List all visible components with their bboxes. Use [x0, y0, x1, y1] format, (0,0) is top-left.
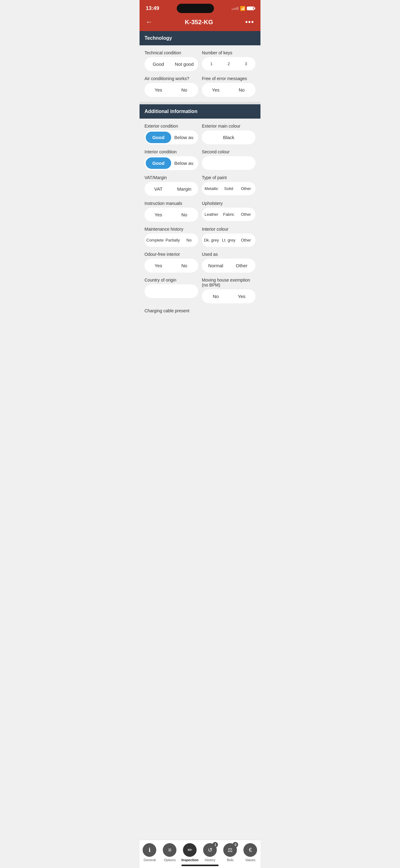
tab-inspection[interactable]: ✏ Inspection: [181, 843, 198, 862]
used-as-label: Used as: [202, 252, 256, 257]
air-conditioning-yes[interactable]: Yes: [146, 84, 171, 96]
interior-condition-group: Interior condition Good Below av.: [144, 149, 198, 170]
technical-condition-good[interactable]: Good: [146, 58, 171, 70]
error-messages-no[interactable]: No: [229, 84, 255, 96]
technical-condition-group: Technical condition Good Not good: [144, 50, 198, 71]
number-of-keys-group: Number of keys 1 2 3: [202, 50, 256, 71]
additional-info-fields-grid: Exterior condition Good Below av. Exteri…: [144, 124, 256, 313]
interior-condition-good[interactable]: Good: [146, 157, 171, 169]
used-as-toggle: Normal Other: [202, 258, 256, 273]
keys-1[interactable]: 1: [203, 58, 220, 69]
signal-icon: [232, 7, 238, 10]
odour-no[interactable]: No: [172, 260, 197, 271]
inspection-icon-wrap: ✏: [183, 843, 197, 857]
charging-cable-group: Charging cable present: [144, 308, 198, 313]
type-of-paint-label: Type of paint: [202, 175, 256, 180]
error-messages-toggle: Yes No: [202, 83, 256, 97]
history-icon-wrap: ↺ 1: [203, 843, 217, 857]
vat-option[interactable]: VAT: [146, 183, 171, 195]
keys-2[interactable]: 2: [221, 58, 237, 69]
exterior-condition-below[interactable]: Below av.: [172, 132, 197, 143]
tab-values[interactable]: € Values: [242, 843, 259, 862]
upholstery-leather[interactable]: Leather: [203, 209, 220, 220]
tab-bids[interactable]: ⚖ 0 Bids: [222, 843, 239, 862]
wifi-icon: 📶: [240, 6, 245, 11]
interior-colour-label: Interior colour: [202, 227, 256, 231]
odour-yes[interactable]: Yes: [146, 260, 171, 271]
history-icon: ↺: [208, 846, 212, 854]
exterior-colour-value[interactable]: Black: [203, 132, 254, 143]
instruction-manuals-toggle: Yes No: [144, 208, 198, 222]
status-bar: 13:49 📶: [139, 0, 261, 16]
used-other[interactable]: Other: [229, 260, 255, 271]
second-colour-group: Second colour: [202, 149, 256, 170]
colour-dkgrey[interactable]: Dk. grey: [203, 235, 220, 246]
odour-free-toggle: Yes No: [144, 258, 198, 273]
interior-condition-below[interactable]: Below av.: [172, 157, 197, 169]
keys-3[interactable]: 3: [237, 58, 254, 69]
values-icon-wrap: €: [243, 843, 257, 857]
country-of-origin-group: Country of origin: [144, 278, 198, 303]
error-messages-group: Free of error messages Yes No: [202, 76, 256, 97]
error-messages-label: Free of error messages: [202, 76, 256, 81]
second-colour-input[interactable]: [202, 156, 256, 170]
vat-margin-toggle: VAT Margin: [144, 182, 198, 196]
nav-bar: ← K-352-KG •••: [139, 16, 261, 31]
paint-solid[interactable]: Solid: [221, 183, 237, 194]
odour-free-label: Odour-free interior: [144, 252, 198, 257]
air-conditioning-toggle: Yes No: [144, 83, 198, 97]
technical-condition-label: Technical condition: [144, 50, 198, 55]
moving-house-toggle: No Yes: [202, 289, 256, 303]
technology-section-content: Technical condition Good Not good Number…: [139, 45, 261, 102]
exterior-colour-group: Exterior main colour Black: [202, 124, 256, 144]
tab-history[interactable]: ↺ 1 History: [202, 843, 219, 862]
exterior-condition-toggle: Good Below av.: [144, 130, 198, 144]
technical-condition-notgood[interactable]: Not good: [172, 58, 197, 70]
second-colour-label: Second colour: [202, 149, 256, 154]
interior-condition-label: Interior condition: [144, 149, 198, 154]
upholstery-fabric[interactable]: Fabric: [221, 209, 237, 220]
air-conditioning-group: Air conditioning works? Yes No: [144, 76, 198, 97]
instruction-no[interactable]: No: [172, 209, 197, 220]
moving-no[interactable]: No: [203, 290, 229, 302]
country-of-origin-input[interactable]: [144, 284, 198, 298]
instruction-yes[interactable]: Yes: [146, 209, 171, 220]
more-button[interactable]: •••: [245, 18, 254, 26]
used-normal[interactable]: Normal: [203, 260, 229, 271]
technology-section-header: Technology: [139, 31, 261, 45]
bids-icon: ⚖: [228, 846, 233, 854]
upholstery-group: Upholstery Leather Fabric Other: [202, 201, 256, 222]
error-messages-yes[interactable]: Yes: [203, 84, 229, 96]
moving-yes[interactable]: Yes: [229, 290, 255, 302]
section-divider-1: [139, 102, 261, 104]
paint-other[interactable]: Other: [237, 183, 254, 194]
interior-colour-toggle: Dk. grey Lt. grey Other: [202, 234, 256, 247]
tab-options[interactable]: ≡ Options: [161, 843, 178, 862]
air-conditioning-no[interactable]: No: [172, 84, 197, 96]
exterior-condition-good[interactable]: Good: [146, 132, 171, 143]
colour-ltgrey[interactable]: Lt. grey: [221, 235, 237, 246]
bids-label: Bids: [227, 858, 233, 862]
upholstery-toggle: Leather Fabric Other: [202, 208, 256, 221]
upholstery-other[interactable]: Other: [237, 209, 254, 220]
colour-other[interactable]: Other: [237, 235, 254, 246]
maintenance-history-group: Maintenance history Complete Partially N…: [144, 227, 198, 247]
history-complete[interactable]: Complete: [146, 235, 164, 246]
type-of-paint-group: Type of paint Metallic Solid Other: [202, 175, 256, 196]
tab-bar: ℹ General ≡ Options ✏ Inspection ↺ 1 His…: [139, 840, 261, 868]
back-button[interactable]: ←: [146, 18, 153, 26]
general-label: General: [143, 858, 156, 862]
inspection-label: Inspection: [181, 858, 198, 862]
country-of-origin-label: Country of origin: [144, 278, 198, 282]
air-conditioning-label: Air conditioning works?: [144, 76, 198, 81]
instruction-manuals-group: Instruction manuals Yes No: [144, 201, 198, 222]
tab-general[interactable]: ℹ General: [141, 843, 158, 862]
additional-info-section-content: Exterior condition Good Below av. Exteri…: [139, 119, 261, 318]
history-partially[interactable]: Partially: [165, 235, 181, 246]
nav-title: K-352-KG: [185, 19, 213, 26]
margin-option[interactable]: Margin: [172, 183, 197, 195]
moving-house-label: Moving house exemption (no BPM): [202, 278, 256, 287]
history-no[interactable]: No: [181, 235, 197, 246]
paint-metallic[interactable]: Metallic: [203, 183, 220, 194]
instruction-manuals-label: Instruction manuals: [144, 201, 198, 206]
